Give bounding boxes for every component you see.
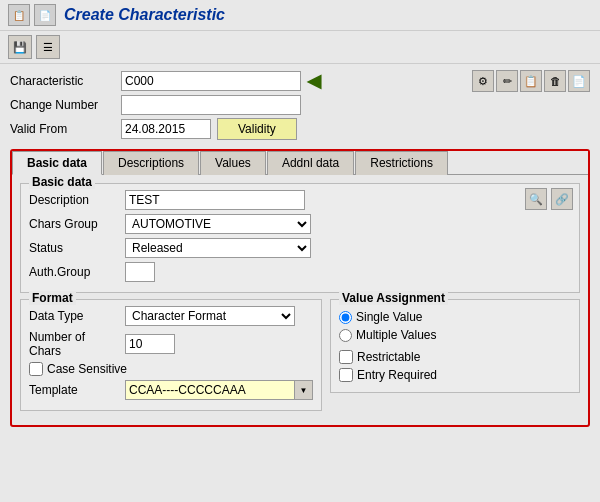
toolbar: 💾 ☰ <box>0 31 600 64</box>
chars-group-select[interactable]: AUTOMOTIVE <box>125 214 311 234</box>
num-chars-label: Number of Chars <box>29 330 119 358</box>
radio-group: Single Value Multiple Values <box>339 310 571 342</box>
template-label: Template <box>29 383 119 397</box>
restrictable-row: Restrictable <box>339 350 571 364</box>
template-input[interactable] <box>125 380 295 400</box>
app-icon-2[interactable]: 📄 <box>34 4 56 26</box>
valid-from-label: Valid From <box>10 122 115 136</box>
tab-restrictions[interactable]: Restrictions <box>355 151 448 175</box>
change-number-label: Change Number <box>10 98 115 112</box>
value-assignment-column: Value Assignment Single Value Multiple V… <box>330 299 580 417</box>
two-columns: Format Data Type Character Format Number… <box>20 299 580 417</box>
data-type-select[interactable]: Character Format <box>125 306 295 326</box>
description-row: Description <box>29 190 571 210</box>
title-bar: 📋 📄 Create Characteristic <box>0 0 600 31</box>
chars-group-label: Chars Group <box>29 217 119 231</box>
valid-from-row: Valid From Validity <box>10 118 462 140</box>
single-value-label: Single Value <box>356 310 423 324</box>
template-input-wrapper: ▼ <box>125 380 313 400</box>
chars-group-row: Chars Group AUTOMOTIVE <box>29 214 571 234</box>
validity-button[interactable]: Validity <box>217 118 297 140</box>
menu-button[interactable]: ☰ <box>36 35 60 59</box>
section-icons: 🔍 🔗 <box>525 188 573 210</box>
data-type-label: Data Type <box>29 309 119 323</box>
header-action-icons: ⚙ ✏ 📋 🗑 📄 <box>472 70 590 92</box>
char-label: Characteristic <box>10 74 115 88</box>
page-title: Create Characteristic <box>64 6 225 24</box>
format-section-title: Format <box>29 291 76 305</box>
multiple-values-row: Multiple Values <box>339 328 571 342</box>
template-browse-btn[interactable]: ▼ <box>295 380 313 400</box>
delete-icon-btn[interactable]: 🗑 <box>544 70 566 92</box>
tab-basic-data[interactable]: Basic data <box>12 151 102 175</box>
change-number-row: Change Number <box>10 95 462 115</box>
single-value-row: Single Value <box>339 310 571 324</box>
tab-content: Basic data 🔍 🔗 Description Chars Group A… <box>12 174 588 425</box>
tab-addnl-data[interactable]: Addnl data <box>267 151 354 175</box>
multiple-values-label: Multiple Values <box>356 328 436 342</box>
data-type-row: Data Type Character Format <box>29 306 313 326</box>
search-icon-btn[interactable]: 🔍 <box>525 188 547 210</box>
multiple-values-radio[interactable] <box>339 329 352 342</box>
main-content: Characteristic ◀ Change Number Valid Fro… <box>0 64 600 433</box>
restrictable-checkbox[interactable] <box>339 350 353 364</box>
entry-required-row: Entry Required <box>339 368 571 382</box>
app-icon-1[interactable]: 📋 <box>8 4 30 26</box>
description-label: Description <box>29 193 119 207</box>
format-section: Format Data Type Character Format Number… <box>20 299 322 411</box>
entry-required-checkbox[interactable] <box>339 368 353 382</box>
value-assignment-title: Value Assignment <box>339 291 448 305</box>
case-sensitive-checkbox[interactable] <box>29 362 43 376</box>
link-icon-btn[interactable]: 🔗 <box>551 188 573 210</box>
auth-group-label: Auth.Group <box>29 265 119 279</box>
valid-from-input[interactable] <box>121 119 211 139</box>
edit-icon-btn[interactable]: ✏ <box>496 70 518 92</box>
num-chars-input[interactable] <box>125 334 175 354</box>
save-button[interactable]: 💾 <box>8 35 32 59</box>
value-assignment-section: Value Assignment Single Value Multiple V… <box>330 299 580 393</box>
tabbed-panel: Basic data Descriptions Values Addnl dat… <box>10 149 590 427</box>
document-icon-btn[interactable]: 📄 <box>568 70 590 92</box>
change-number-input[interactable] <box>121 95 301 115</box>
basic-data-section: Basic data 🔍 🔗 Description Chars Group A… <box>20 183 580 293</box>
restrictable-label: Restrictable <box>357 350 420 364</box>
case-sensitive-label: Case Sensitive <box>47 362 127 376</box>
status-row: Status Released <box>29 238 571 258</box>
characteristic-row: Characteristic ◀ <box>10 70 462 92</box>
template-row: Template ▼ <box>29 380 313 400</box>
characteristic-input[interactable] <box>121 71 301 91</box>
case-sensitive-row: Case Sensitive <box>29 362 313 376</box>
status-label: Status <box>29 241 119 255</box>
auth-group-input[interactable] <box>125 262 155 282</box>
title-icon-group: 📋 📄 <box>8 4 56 26</box>
format-column: Format Data Type Character Format Number… <box>20 299 322 417</box>
copy-icon-btn[interactable]: 📋 <box>520 70 542 92</box>
settings-icon-btn[interactable]: ⚙ <box>472 70 494 92</box>
tab-bar: Basic data Descriptions Values Addnl dat… <box>12 151 588 174</box>
tab-values[interactable]: Values <box>200 151 266 175</box>
arrow-icon: ◀ <box>307 70 321 92</box>
basic-data-section-title: Basic data <box>29 175 95 189</box>
num-chars-row: Number of Chars <box>29 330 313 358</box>
description-input[interactable] <box>125 190 305 210</box>
tab-descriptions[interactable]: Descriptions <box>103 151 199 175</box>
auth-group-row: Auth.Group <box>29 262 571 282</box>
entry-required-label: Entry Required <box>357 368 437 382</box>
single-value-radio[interactable] <box>339 311 352 324</box>
status-select[interactable]: Released <box>125 238 311 258</box>
